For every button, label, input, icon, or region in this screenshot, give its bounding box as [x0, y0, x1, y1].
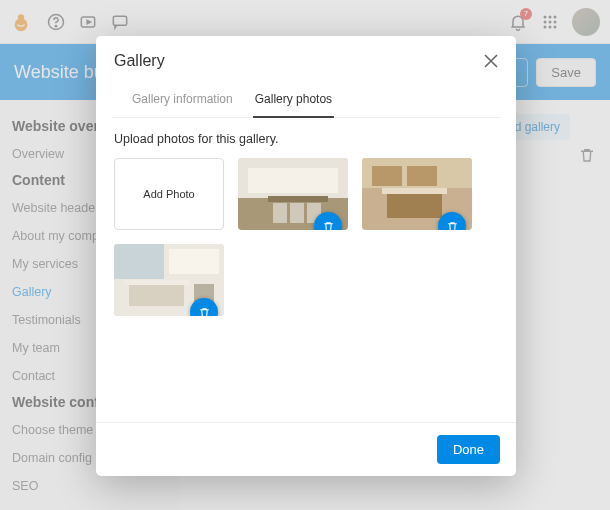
svg-rect-31 — [129, 284, 184, 306]
photo-tile — [114, 244, 224, 316]
add-photo-tile[interactable]: Add Photo — [114, 158, 224, 230]
done-button[interactable]: Done — [437, 435, 500, 464]
svg-rect-17 — [248, 168, 338, 193]
close-icon[interactable] — [484, 54, 498, 68]
photo-grid: Add Photo — [114, 158, 498, 316]
svg-rect-27 — [382, 188, 447, 194]
svg-rect-18 — [273, 203, 287, 223]
svg-rect-24 — [372, 166, 402, 186]
svg-rect-30 — [169, 249, 219, 274]
photo-tile — [362, 158, 472, 230]
svg-rect-26 — [387, 193, 442, 218]
svg-rect-21 — [268, 196, 328, 202]
modal-tabs: Gallery information Gallery photos — [112, 82, 500, 118]
svg-rect-19 — [290, 203, 304, 223]
tab-gallery-photos[interactable]: Gallery photos — [253, 82, 334, 118]
svg-rect-32 — [124, 280, 189, 285]
modal-title: Gallery — [114, 52, 484, 70]
gallery-modal: Gallery Gallery information Gallery phot… — [96, 36, 516, 476]
photo-tile — [238, 158, 348, 230]
svg-rect-25 — [407, 166, 437, 186]
svg-rect-29 — [114, 244, 164, 279]
upload-hint: Upload photos for this gallery. — [114, 132, 498, 146]
tab-gallery-info[interactable]: Gallery information — [130, 82, 235, 117]
